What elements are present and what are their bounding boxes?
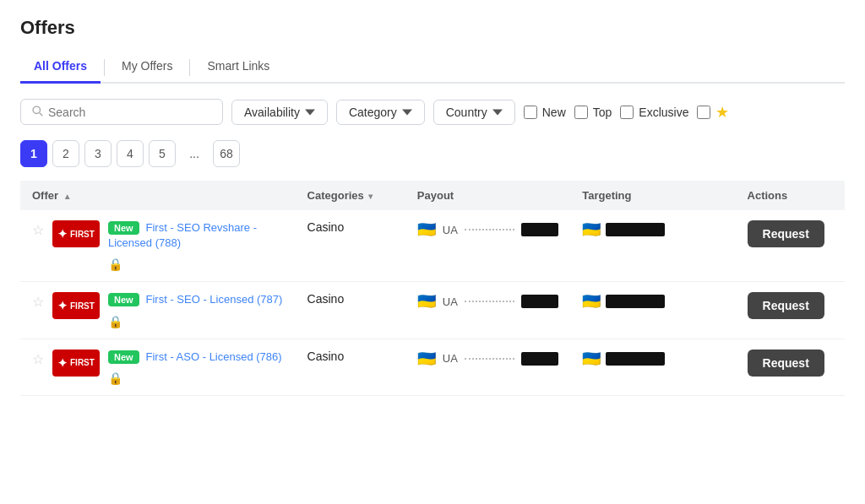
targeting-flag-1: 🇺🇦: [582, 292, 601, 311]
payout-bar-0: [521, 223, 558, 236]
country-code-1: UA: [443, 295, 458, 308]
payout-cell-2: 🇺🇦 UA: [405, 339, 570, 395]
offer-info-0: New First - SEO Revshare - Licensed (788…: [108, 220, 284, 271]
request-button-1[interactable]: Request: [748, 292, 824, 319]
offer-info-1: New First - SEO - Licensed (787) 🔒: [108, 292, 282, 328]
page-dots: ...: [181, 147, 208, 160]
targeting-bar-0: [606, 223, 665, 236]
new-badge-1: New: [108, 293, 139, 306]
pagination: 1 2 3 4 5 ... 68: [20, 140, 845, 167]
actions-cell-1: Request: [736, 282, 845, 339]
exclusive-filter[interactable]: Exclusive: [620, 106, 688, 119]
page-btn-1[interactable]: 1: [20, 140, 47, 167]
payout-cell-1: 🇺🇦 UA: [405, 282, 570, 339]
search-box: [20, 99, 223, 125]
col-header-targeting: Targeting: [570, 181, 735, 210]
star-checkbox[interactable]: [697, 106, 710, 119]
country-code-0: UA: [443, 224, 458, 236]
table-row: ☆ ✦ FIRST New First - SEO - Licensed (78…: [20, 282, 845, 339]
search-icon: [31, 105, 43, 119]
col-header-actions: Actions: [736, 181, 845, 210]
col-header-offer: Offer ▲: [20, 181, 296, 210]
table-header-row: Offer ▲ Categories ▾ Payout Targeting Ac…: [20, 181, 845, 210]
tab-divider-2: [189, 59, 190, 76]
page-btn-3[interactable]: 3: [84, 140, 112, 167]
availability-dropdown[interactable]: Availability: [231, 100, 328, 125]
page-btn-68[interactable]: 68: [213, 140, 240, 167]
offer-info-2: New First - ASO - Licensed (786) 🔒: [108, 350, 282, 385]
offer-sort-icon[interactable]: ▲: [63, 192, 72, 201]
flag-icon-2: 🇺🇦: [417, 350, 436, 368]
actions-cell-0: Request: [736, 210, 845, 282]
tab-divider-1: [104, 59, 105, 76]
favorite-star-0[interactable]: ☆: [32, 220, 44, 238]
category-cell-0: Casino: [296, 210, 405, 282]
col-header-payout: Payout: [405, 181, 570, 210]
svg-line-1: [40, 113, 43, 117]
offer-cell-2: ☆ ✦ FIRST New First - ASO - Licensed (78…: [20, 339, 296, 395]
targeting-cell-1: 🇺🇦: [570, 282, 735, 339]
brand-logo-0: ✦ FIRST: [52, 220, 100, 247]
new-filter[interactable]: New: [524, 106, 566, 119]
new-badge-2: New: [108, 350, 139, 364]
offer-cell-0: ☆ ✦ FIRST New First - SEO Revshare - Lic…: [20, 210, 296, 282]
lock-icon-0: 🔒: [108, 257, 122, 271]
table-row: ☆ ✦ FIRST New First - SEO Revshare - Lic…: [20, 210, 845, 282]
filters-bar: Availability Category Country New Top Ex…: [20, 99, 845, 125]
category-cell-1: Casino: [296, 282, 405, 339]
page-btn-4[interactable]: 4: [117, 140, 144, 167]
payout-cell-0: 🇺🇦 UA: [405, 210, 570, 282]
cat-sort-icon[interactable]: ▾: [368, 192, 373, 201]
col-header-categories: Categories ▾: [296, 181, 405, 210]
page-title: Offers: [20, 17, 845, 39]
flag-icon-0: 🇺🇦: [417, 220, 436, 239]
country-dropdown[interactable]: Country: [433, 100, 515, 125]
offers-table: Offer ▲ Categories ▾ Payout Targeting Ac…: [20, 181, 845, 396]
new-checkbox[interactable]: [524, 106, 537, 119]
page-btn-2[interactable]: 2: [52, 140, 79, 167]
exclusive-checkbox[interactable]: [620, 106, 634, 119]
targeting-bar-1: [606, 295, 665, 308]
search-input[interactable]: [48, 106, 212, 119]
offer-link-2[interactable]: First - ASO - Licensed (786): [146, 350, 282, 363]
targeting-cell-0: 🇺🇦: [570, 210, 735, 282]
tab-all-offers[interactable]: All Offers: [20, 52, 101, 84]
tabs-bar: All Offers My Offers Smart Links: [20, 52, 845, 84]
favorite-star-1[interactable]: ☆: [32, 292, 44, 310]
targeting-flag-0: 🇺🇦: [582, 220, 601, 239]
dotted-line-1: [465, 301, 514, 302]
targeting-cell-2: 🇺🇦: [570, 339, 735, 395]
payout-bar-1: [521, 295, 558, 308]
tab-my-offers[interactable]: My Offers: [108, 52, 186, 84]
payout-bar-2: [521, 352, 558, 366]
star-icon: ★: [715, 103, 729, 122]
category-cell-2: Casino: [296, 339, 405, 395]
brand-logo-2: ✦ FIRST: [52, 350, 100, 377]
star-filter[interactable]: ★: [697, 103, 729, 122]
dotted-line-0: [465, 229, 514, 230]
table-row: ☆ ✦ FIRST New First - ASO - Licensed (78…: [20, 339, 845, 395]
lock-icon-1: 🔒: [108, 315, 122, 328]
targeting-flag-2: 🇺🇦: [582, 350, 601, 368]
country-code-2: UA: [443, 352, 458, 365]
request-button-0[interactable]: Request: [748, 220, 824, 247]
flag-icon-1: 🇺🇦: [417, 292, 436, 311]
offer-cell-1: ☆ ✦ FIRST New First - SEO - Licensed (78…: [20, 282, 296, 339]
lock-icon-2: 🔒: [108, 371, 122, 385]
page-btn-5[interactable]: 5: [149, 140, 176, 167]
svg-point-0: [33, 106, 40, 113]
dotted-line-2: [465, 358, 514, 360]
category-dropdown[interactable]: Category: [336, 100, 425, 125]
offer-link-1[interactable]: First - SEO - Licensed (787): [146, 293, 283, 306]
new-badge-0: New: [108, 221, 139, 235]
targeting-bar-2: [606, 352, 665, 366]
actions-cell-2: Request: [736, 339, 845, 395]
request-button-2[interactable]: Request: [748, 350, 824, 377]
favorite-star-2[interactable]: ☆: [32, 350, 44, 367]
tab-smart-links[interactable]: Smart Links: [193, 52, 283, 84]
top-filter[interactable]: Top: [574, 106, 612, 119]
top-checkbox[interactable]: [574, 106, 588, 119]
brand-logo-1: ✦ FIRST: [52, 292, 100, 319]
